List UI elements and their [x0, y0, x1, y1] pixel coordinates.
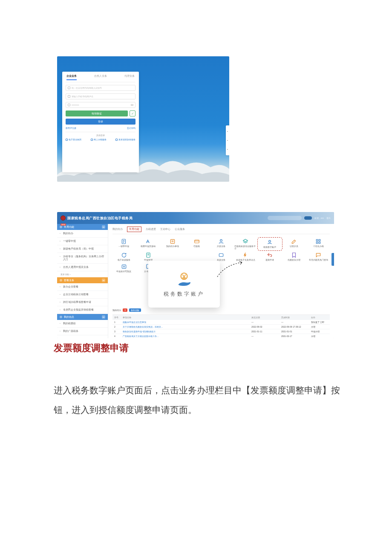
- section-icon: [60, 226, 62, 228]
- svg-rect-2: [195, 240, 199, 243]
- login-button[interactable]: 登录: [66, 119, 135, 125]
- section-icon: [60, 316, 62, 318]
- section-icon: [60, 279, 62, 282]
- gov-service-link[interactable]: 更多国家政务服务: [115, 138, 135, 141]
- func-vat[interactable]: 增值税: [185, 238, 208, 250]
- func-einvoice[interactable]: 电子发票服务: [112, 252, 135, 261]
- sidebar-more-link[interactable]: 更多功能＞: [57, 271, 108, 277]
- field-placeholder: 请输入手机号码/用户名: [72, 95, 93, 98]
- forgot-password-link[interactable]: 忘记密码: [127, 127, 135, 129]
- grid-icon: [314, 238, 322, 244]
- tab-agent[interactable]: 代理业务: [124, 74, 135, 80]
- doc-icon: [66, 139, 68, 141]
- tab-enterprise[interactable]: 企业业务: [66, 74, 77, 80]
- svg-point-12: [123, 266, 124, 267]
- other-login-label: 其他登录: [66, 132, 135, 137]
- func-faq[interactable]: 常见问题及热门咨询: [307, 252, 330, 261]
- func-refund[interactable]: 退税申请: [259, 252, 281, 261]
- side-tab-dot: •: [227, 139, 228, 142]
- tab-todo[interactable]: 我的待办: [112, 227, 123, 232]
- callout-label: 税务数字账户: [164, 291, 205, 298]
- sidebar-item[interactable]: 新版电子税务局（简）申报: [57, 245, 108, 253]
- gov-icon: [115, 139, 118, 141]
- func-einvoice-reform[interactable]: 发票电子化改革试点: [234, 252, 257, 261]
- bookmark-icon: [290, 252, 298, 258]
- sidebar-item[interactable]: 我的待办: [57, 230, 108, 238]
- online-tax-link[interactable]: 网上办税服务: [91, 138, 107, 141]
- tab-interact[interactable]: 互动中心: [160, 227, 170, 232]
- sidebar-item[interactable]: 我的广西税务: [57, 328, 108, 335]
- wallet-icon: [144, 238, 152, 244]
- sidebar-item[interactable]: 跨区域涉税事项套餐申请: [57, 299, 108, 306]
- biz-license-login-link[interactable]: 电子营业执照: [66, 138, 81, 141]
- func-invoice-biz[interactable]: 开票业务: [210, 238, 232, 250]
- func-custom[interactable]: 个性化办税: [307, 238, 330, 250]
- phone-field[interactable]: 请输入手机号码/用户名: [66, 93, 135, 99]
- sidebar-item[interactable]: 非居民企业预提所得税套餐: [57, 306, 108, 314]
- tab-public[interactable]: 公众服务: [175, 227, 185, 232]
- side-tab-dot: •: [227, 148, 228, 151]
- table-head: 序号 事项名称 发起日期 完成时限 操作: [112, 315, 330, 320]
- digital-account-callout: 税务数字账户: [148, 261, 220, 308]
- func-tax-pay[interactable]: 税费申报及缴纳: [137, 238, 159, 250]
- func-my-todo[interactable]: 我的待办事项: [161, 238, 184, 250]
- table-row[interactable]: 4广西税务局关于开展全面查补税工作...—2021-02-17办理: [112, 334, 330, 338]
- sms-verify-button[interactable]: 短信验证: [66, 110, 128, 116]
- register-link[interactable]: 新用户注册: [66, 127, 76, 129]
- table-row[interactable]: 3税收政策性退税申报-错误数据提示2021-01-112021-01-01申报办…: [112, 329, 330, 334]
- section-heading: 发票额度调整申请: [54, 342, 129, 355]
- table-row[interactable]: 2关于开展税收优惠政策落实情况…等相关...2022-09-022022-09-…: [112, 325, 330, 329]
- portal-title: 国家税务总局广西壮族自治区电子税务局: [67, 216, 133, 221]
- login-screenshot: 企业业务 自然人业务 代理业务 统一社会信用代码/纳税人识别号 请输入手机号码/…: [57, 56, 229, 182]
- refresh-icon: [120, 252, 128, 258]
- sidebar-item[interactable]: 新办企业套餐: [57, 283, 108, 291]
- func-declare-mgmt[interactable]: 申报管理: [137, 252, 159, 261]
- table-row[interactable]: 1提醒未申报企业注意事项——我知道了 立即: [112, 320, 330, 325]
- todo-filter-row: 我的待办 3 服务提醒: [112, 307, 330, 314]
- func-preview[interactable]: 申报表填写预览: [112, 264, 135, 273]
- sidebar-item[interactable]: 涉税专业（服务机构）业务网上办理入口: [57, 253, 108, 264]
- floating-side-tab[interactable]: • • •: [226, 125, 229, 155]
- sidebar-section-myinfo: 我的信息: [57, 314, 108, 320]
- doc-icon: [120, 238, 128, 244]
- func-vat-platform[interactable]: 增值税发票综合服务平台: [234, 238, 257, 250]
- sidebar-item[interactable]: 一键零申报: [57, 238, 108, 245]
- section-label: 常用功能: [64, 225, 74, 229]
- logout-link[interactable]: 退出: [326, 217, 331, 219]
- collapse-icon[interactable]: [102, 279, 105, 282]
- instruction-paragraph: 进入税务数字账户页面后，点击业务办理栏目中【发票额度调整申请】按钮，进入到授信额…: [54, 381, 345, 420]
- func-preferential[interactable]: 优惠政策办理: [283, 252, 306, 261]
- eye-icon[interactable]: [131, 104, 133, 106]
- todo-count-badge: 3: [123, 308, 127, 312]
- svg-rect-7: [317, 242, 318, 244]
- sidebar-item[interactable]: 企业注销税务注销套餐: [57, 291, 108, 299]
- func-zero-declare[interactable]: 一键零申报: [112, 238, 135, 250]
- sidebar-item[interactable]: 自然人通用申报表业务: [57, 264, 108, 271]
- file-icon: [144, 252, 152, 258]
- bolt-icon: [242, 252, 249, 258]
- main-panel: 我的待办 常用功能 办税进度 互动中心 公众服务 一键零申报 税费申报及缴纳 我…: [108, 224, 334, 338]
- collapse-icon[interactable]: [102, 315, 105, 319]
- func-tax-digital-account[interactable]: 税务数字账户: [259, 238, 281, 250]
- tab-common[interactable]: 常用功能: [127, 227, 141, 232]
- eye-icon: [120, 264, 128, 270]
- func-invoice-service[interactable]: 发票业务: [210, 252, 232, 261]
- svg-rect-8: [319, 242, 321, 244]
- func-cert[interactable]: 证明开具: [283, 238, 306, 250]
- tab-individual[interactable]: 自然人业务: [94, 74, 107, 80]
- svg-rect-6: [319, 239, 321, 241]
- sidebar-item[interactable]: 我的税费款: [57, 320, 108, 328]
- side-tab-dot: •: [227, 130, 228, 133]
- tab-progress[interactable]: 办税进度: [146, 227, 156, 232]
- layers-icon: [242, 238, 249, 244]
- password-field[interactable]: ••••••••••: [66, 102, 135, 108]
- svg-point-3: [220, 239, 222, 241]
- verify-check-button[interactable]: ✓: [130, 110, 135, 116]
- taxpayer-id-field[interactable]: 统一社会信用代码/纳税人识别号: [66, 85, 135, 91]
- collapse-icon[interactable]: [102, 225, 105, 229]
- lock-icon: [68, 104, 70, 106]
- phone-icon: [68, 95, 70, 98]
- search-button[interactable]: [304, 216, 312, 220]
- filter-reminder[interactable]: 服务提醒: [129, 308, 141, 312]
- hand-coin-icon: [266, 239, 274, 245]
